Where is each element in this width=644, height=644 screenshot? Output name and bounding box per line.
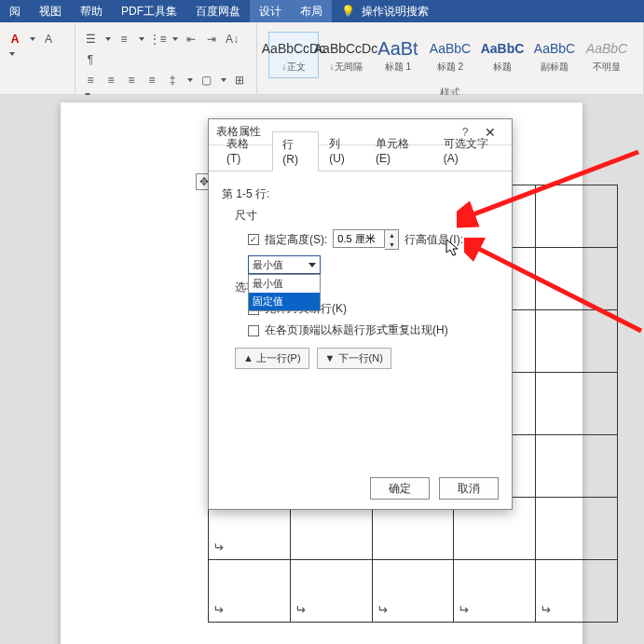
tab-pdf[interactable]: PDF工具集 bbox=[112, 0, 186, 23]
style-subtle[interactable]: AaBbC不明显 bbox=[582, 32, 632, 78]
cursor-icon bbox=[445, 239, 462, 259]
style-title[interactable]: AaBbC标题 bbox=[477, 32, 528, 78]
tab-baidu[interactable]: 百度网盘 bbox=[186, 0, 250, 23]
size-section-label: 尺寸 bbox=[222, 208, 499, 224]
style-normal[interactable]: AaBbCcDc↓正文 bbox=[268, 32, 319, 78]
dialog-footer: 确定 取消 bbox=[370, 477, 499, 500]
bullets-button[interactable]: ☰ bbox=[83, 32, 98, 47]
cancel-button[interactable]: 取消 bbox=[439, 477, 499, 500]
font-color-button[interactable]: A bbox=[7, 32, 22, 47]
paragraph-mark-icon: ↵ bbox=[212, 540, 224, 555]
repeat-header-label: 在各页顶端以标题行形式重复出现(H) bbox=[265, 322, 448, 338]
repeat-header-checkbox[interactable] bbox=[248, 325, 259, 336]
tab-column[interactable]: 列(U) bbox=[319, 130, 365, 171]
spin-down-icon[interactable]: ▼ bbox=[385, 240, 398, 249]
style-nospacing[interactable]: AaBbCcDc↓无间隔 bbox=[321, 32, 371, 78]
lightbulb-icon: 💡 bbox=[341, 5, 355, 18]
shading-button[interactable]: ▢ bbox=[199, 73, 213, 88]
style-subtitle[interactable]: AaBbC副标题 bbox=[529, 32, 580, 78]
tab-alttext[interactable]: 可选文字(A) bbox=[433, 130, 512, 171]
borders-button[interactable]: ⊞ bbox=[232, 73, 247, 88]
tell-me-search[interactable]: 💡 操作说明搜索 bbox=[332, 0, 438, 23]
multilevel-button[interactable]: ⋮≡ bbox=[150, 32, 165, 47]
height-input[interactable] bbox=[333, 229, 385, 248]
tab-review[interactable]: 阅 bbox=[0, 0, 30, 23]
paragraph-group: ☰ ≡ ⋮≡ ⇤ ⇥ A↓ ¶ ≡ ≡ ≡ ≡ ‡ ▢ ⊞ 段落 bbox=[75, 22, 257, 94]
dropdown-option-min[interactable]: 最小值 bbox=[249, 275, 320, 293]
tab-table[interactable]: 表格(T) bbox=[216, 130, 272, 171]
tab-design[interactable]: 设计 bbox=[250, 0, 291, 23]
prev-row-button[interactable]: ▲ 上一行(P) bbox=[235, 348, 309, 369]
dialog-body: 第 1-5 行: 尺寸 ✓ 指定高度(S): ▲▼ 行高值是(I): 最小值 最… bbox=[209, 171, 512, 384]
chevron-down-icon bbox=[9, 52, 15, 56]
numbering-button[interactable]: ≡ bbox=[116, 32, 131, 47]
styles-group: AaBbCcDc↓正文 AaBbCcDc↓无间隔 AaBt标题 1 AaBbC标… bbox=[257, 22, 644, 94]
align-right-button[interactable]: ≡ bbox=[124, 73, 139, 88]
specify-height-checkbox[interactable]: ✓ bbox=[248, 234, 259, 245]
height-mode-dropdown: 最小值 固定值 bbox=[248, 274, 321, 311]
indent-left-button[interactable]: ⇤ bbox=[184, 32, 199, 47]
height-mode-combo[interactable]: 最小值 最小值 固定值 bbox=[248, 255, 321, 274]
chevron-down-icon bbox=[308, 263, 316, 267]
sort-button[interactable]: A↓ bbox=[225, 32, 240, 47]
dropdown-option-fixed[interactable]: 固定值 bbox=[249, 293, 320, 310]
line-spacing-button[interactable]: ‡ bbox=[165, 73, 180, 88]
style-h2[interactable]: AaBbC标题 2 bbox=[425, 32, 475, 78]
indent-right-button[interactable]: ⇥ bbox=[204, 32, 219, 47]
specify-height-label: 指定高度(S): bbox=[265, 232, 327, 248]
show-marks-button[interactable]: ¶ bbox=[83, 52, 98, 67]
dialog-tabs: 表格(T) 行(R) 列(U) 单元格(E) 可选文字(A) bbox=[209, 145, 512, 171]
style-h1[interactable]: AaBt标题 1 bbox=[373, 32, 423, 78]
height-spinner[interactable]: ▲▼ bbox=[333, 229, 399, 250]
text-effects-button[interactable]: A bbox=[41, 32, 56, 47]
table-properties-dialog: 表格属性 ? ✕ 表格(T) 行(R) 列(U) 单元格(E) 可选文字(A) … bbox=[208, 118, 513, 510]
ribbon: A A ☰ ≡ ⋮≡ ⇤ ⇥ A↓ ¶ ≡ ≡ ≡ ≡ ‡ ▢ ⊞ 段落 AaB… bbox=[0, 22, 644, 95]
spin-up-icon[interactable]: ▲ bbox=[385, 230, 398, 240]
chevron-down-icon bbox=[30, 37, 35, 41]
align-left-button[interactable]: ≡ bbox=[83, 73, 98, 88]
row-range-label: 第 1-5 行: bbox=[222, 186, 499, 202]
ok-button[interactable]: 确定 bbox=[370, 477, 430, 500]
align-center-button[interactable]: ≡ bbox=[103, 73, 118, 88]
tab-help[interactable]: 帮助 bbox=[71, 0, 112, 23]
table-row[interactable]: ↵↵↵↵↵ bbox=[209, 560, 618, 623]
align-justify-button[interactable]: ≡ bbox=[144, 73, 159, 88]
paragraph-mark-icon: ↵ bbox=[212, 602, 224, 617]
font-group: A A bbox=[0, 22, 75, 94]
next-row-button[interactable]: ▼ 下一行(N) bbox=[317, 348, 391, 369]
tab-cell[interactable]: 单元格(E) bbox=[365, 130, 433, 171]
style-gallery[interactable]: AaBbCcDc↓正文 AaBbCcDc↓无间隔 AaBt标题 1 AaBbC标… bbox=[265, 26, 636, 84]
ribbon-tabs: 阅 视图 帮助 PDF工具集 百度网盘 设计 布局 💡 操作说明搜索 bbox=[0, 0, 644, 22]
tab-layout[interactable]: 布局 bbox=[291, 0, 332, 23]
tab-view[interactable]: 视图 bbox=[30, 0, 71, 23]
tab-row[interactable]: 行(R) bbox=[272, 131, 319, 171]
